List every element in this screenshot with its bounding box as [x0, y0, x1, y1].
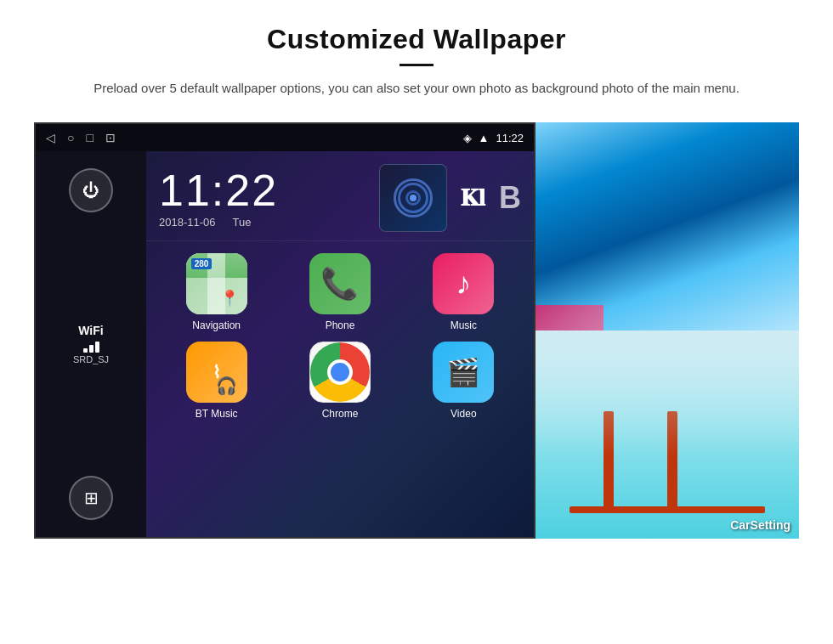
wifi-ssid: SRD_SJ — [73, 354, 109, 364]
ki-badge: 𝐊𝐥 — [461, 184, 485, 212]
chrome-icon — [309, 342, 371, 403]
wifi-label: WiFi — [73, 324, 109, 337]
screenshot-icon[interactable]: ⊡ — [105, 131, 116, 144]
b-badge: B — [499, 180, 521, 216]
chrome-label: Chrome — [322, 408, 359, 420]
list-item[interactable]: 🎬 Video — [407, 342, 520, 420]
home-icon[interactable]: ○ — [67, 131, 74, 144]
bt-music-icon: ⌇ 🎧 — [186, 342, 247, 403]
list-item[interactable]: 280 📍 Navigation — [160, 253, 273, 331]
list-item[interactable]: ⌇ 🎧 BT Music — [160, 342, 273, 420]
back-icon[interactable]: ◁ — [46, 131, 55, 144]
chrome-circle-graphic — [310, 342, 370, 402]
bridge-deck — [570, 506, 765, 513]
day-value: Tue — [233, 216, 252, 229]
clock-time: 11:22 — [159, 168, 278, 212]
bt-music-label: BT Music — [196, 408, 238, 420]
phone-label: Phone — [326, 319, 355, 331]
bridge-wallpaper-preview[interactable]: CarSetting — [536, 330, 799, 539]
list-item[interactable]: Chrome — [283, 342, 396, 420]
status-bar-right: ◈ ▲ 11:22 — [463, 132, 524, 144]
android-screen: ◁ ○ □ ⊡ ◈ ▲ 11:22 ⏻ WiFi — [34, 122, 536, 539]
wifi-info: WiFi SRD_SJ — [73, 324, 109, 364]
clock-row-right-icons: 𝐊𝐥 B — [379, 164, 521, 232]
app-grid-button[interactable]: ⊞ — [69, 476, 113, 520]
bridge-fog — [536, 330, 799, 455]
ice-accent — [536, 305, 604, 330]
power-icon: ⏻ — [82, 181, 99, 201]
list-item[interactable]: ♪ Music — [407, 253, 520, 331]
location-icon: ◈ — [463, 132, 472, 144]
wifi-bar-2 — [89, 345, 94, 353]
page-header: Customized Wallpaper Preload over 5 defa… — [0, 0, 833, 114]
wifi-bar-1 — [83, 348, 88, 353]
title-divider — [400, 64, 434, 66]
list-item[interactable]: 📞 Phone — [283, 253, 396, 331]
wifi-bar-3 — [95, 342, 99, 353]
app-grid: 280 📍 Navigation 📞 Phone ♪ — [146, 241, 534, 432]
date-value: 2018-11-06 — [159, 216, 216, 229]
video-icon: 🎬 — [433, 342, 494, 403]
grid-icon: ⊞ — [84, 488, 99, 508]
music-icon: ♪ — [433, 253, 494, 314]
clock-date: 2018-11-06 Tue — [159, 216, 278, 229]
status-bar: ◁ ○ □ ⊡ ◈ ▲ 11:22 — [36, 124, 534, 151]
wifi-bars — [73, 339, 109, 353]
status-bar-left: ◁ ○ □ ⊡ — [46, 131, 116, 144]
status-time: 11:22 — [496, 132, 524, 144]
navigation-icon: 280 📍 — [186, 253, 247, 314]
main-content: ◁ ○ □ ⊡ ◈ ▲ 11:22 ⏻ WiFi — [0, 122, 833, 539]
music-label: Music — [450, 319, 477, 331]
page-title: Customized Wallpaper — [68, 24, 765, 55]
chrome-inner-circle — [327, 359, 353, 385]
signal-widget[interactable] — [379, 164, 447, 232]
wallpaper-preview-panel: CarSetting — [536, 122, 799, 539]
left-sidebar: ⏻ WiFi SRD_SJ ⊞ — [36, 151, 146, 537]
ice-wallpaper-preview[interactable] — [536, 122, 799, 330]
carsetting-label: CarSetting — [730, 518, 790, 532]
navigation-label: Navigation — [192, 319, 241, 331]
ice-overlay — [536, 122, 799, 330]
clock-row: 11:22 2018-11-06 Tue — [146, 151, 534, 241]
phone-icon: 📞 — [309, 253, 371, 314]
page-description: Preload over 5 default wallpaper options… — [68, 78, 765, 99]
main-display-area: 11:22 2018-11-06 Tue — [146, 151, 534, 537]
recents-icon[interactable]: □ — [86, 131, 93, 144]
power-button[interactable]: ⏻ — [69, 168, 113, 212]
video-label: Video — [450, 408, 476, 420]
clock-display: 11:22 2018-11-06 Tue — [159, 168, 278, 229]
wifi-signal-icon: ▲ — [479, 132, 490, 144]
